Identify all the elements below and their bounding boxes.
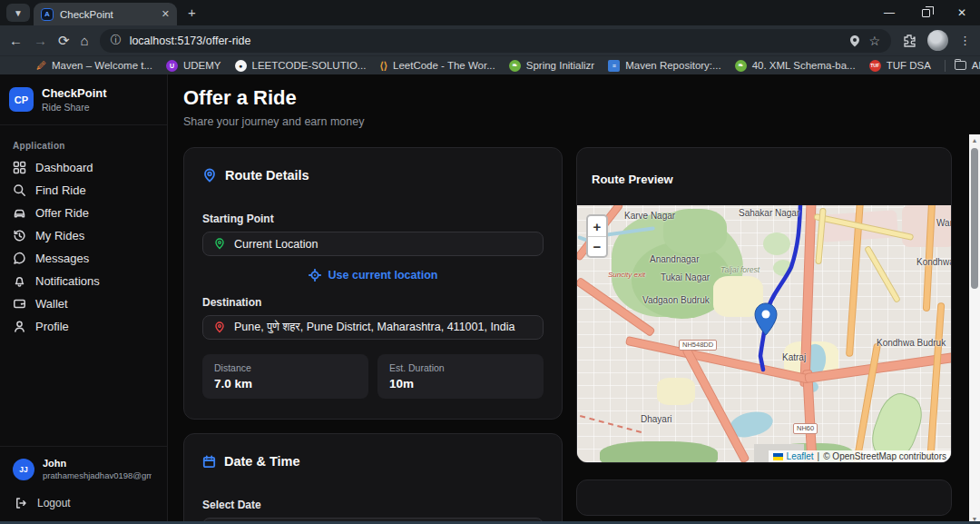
tab-close-icon[interactable]: ✕ <box>162 8 170 20</box>
spring-icon: ❧ <box>509 60 521 72</box>
bookmark-label: Maven – Welcome t... <box>52 60 152 71</box>
sidebar-item-label: Offer Ride <box>35 206 89 220</box>
history-icon <box>13 229 26 242</box>
route-map[interactable]: Karve Nagar Sahakar Nagar Wana Anandnaga… <box>577 205 951 462</box>
route-details-card: Route Details Starting Point Current Loc… <box>183 147 563 420</box>
restore-button[interactable] <box>907 0 944 25</box>
sidebar-item-dashboard[interactable]: Dashboard <box>0 156 167 179</box>
bookmark-udemy[interactable]: U UDEMY <box>166 60 221 72</box>
bookmark-spring-initializr[interactable]: ❧ Spring Initializr <box>509 60 594 72</box>
brand-logo: CP <box>9 87 34 112</box>
sidebar-item-messages[interactable]: Messages <box>0 247 167 270</box>
leaflet-link[interactable]: Leaflet <box>787 451 814 461</box>
all-bookmarks-button[interactable]: All Bookmarks <box>955 60 980 71</box>
scrollbar-thumb[interactable] <box>971 148 978 289</box>
zoom-out-button[interactable]: − <box>588 236 606 256</box>
sidebar-item-label: My Rides <box>35 229 84 242</box>
brand-name: CheckPoint <box>42 86 107 100</box>
distance-stat: Distance 7.0 km <box>202 354 368 399</box>
page-scrollbar[interactable]: ▲ ▼ <box>969 134 980 524</box>
destination-input[interactable]: Pune, पुणे शहर, Pune District, Maharasht… <box>202 315 544 340</box>
green-pin-icon <box>214 238 225 250</box>
use-current-location-link[interactable]: Use current location <box>202 269 544 282</box>
user-avatar: JJ <box>13 459 34 480</box>
sidebar-item-label: Profile <box>35 320 69 333</box>
minimize-button[interactable]: — <box>871 0 907 25</box>
bookmark-label: TUF DSA <box>887 60 931 71</box>
forward-icon[interactable]: → <box>34 34 47 47</box>
use-current-location-label: Use current location <box>328 269 438 282</box>
sidebar-item-label: Dashboard <box>35 161 93 174</box>
zoom-in-button[interactable]: + <box>588 216 606 236</box>
bell-icon <box>13 274 26 288</box>
sidebar-item-find-ride[interactable]: Find Ride <box>0 179 167 202</box>
map-label: Vadgaon Budruk <box>642 295 710 305</box>
tab-title: CheckPoint <box>60 9 155 20</box>
attribution-separator: | <box>818 451 820 461</box>
sidebar-item-label: Find Ride <box>35 183 86 197</box>
user-row[interactable]: JJ John prathameshjadhav0198@gmail.c... <box>0 456 167 489</box>
bookmark-label: Maven Repository:... <box>625 60 720 71</box>
sidebar-item-notifications[interactable]: Notifications <box>0 270 167 292</box>
browser-menu-icon[interactable]: ⋮ <box>959 34 971 47</box>
bookmark-label: LeetCode - The Wor... <box>393 60 495 71</box>
bookmark-leetcode[interactable]: ⟨⟩ LeetCode - The Wor... <box>379 60 495 72</box>
route-preview-card: Route Preview <box>576 147 952 463</box>
bookmark-leetcode-solutions[interactable]: ● LEETCODE-SOLUTIO... <box>235 60 367 72</box>
starting-point-input[interactable]: Current Location <box>202 232 544 256</box>
bookmark-star-icon[interactable]: ☆ <box>868 34 880 48</box>
browser-tab[interactable]: A CheckPoint ✕ <box>34 3 177 25</box>
user-icon <box>13 320 26 333</box>
map-label: Kondhwa <box>916 257 951 267</box>
sidebar-item-wallet[interactable]: Wallet <box>0 292 167 315</box>
udemy-icon: U <box>166 60 178 72</box>
scroll-up-arrow[interactable]: ▲ <box>969 134 980 145</box>
sidebar-item-offer-ride[interactable]: Offer Ride <box>0 202 167 224</box>
map-label: Karve Nagar <box>624 211 675 221</box>
reload-icon[interactable]: ⟳ <box>58 34 70 47</box>
close-button[interactable]: ✕ <box>944 0 980 25</box>
card-title: Date & Time <box>224 454 300 469</box>
tuf-icon: TUF <box>869 60 881 72</box>
bookmark-xml-schema[interactable]: ❧ 40. XML Schema-ba... <box>735 60 856 72</box>
card-title: Route Details <box>225 168 309 183</box>
restore-icon <box>922 9 930 17</box>
back-icon[interactable]: ← <box>9 34 23 47</box>
sidebar: CP CheckPoint Ride Share Application Das… <box>0 74 168 524</box>
spring-leaf-icon: ❧ <box>735 60 747 72</box>
map-label: Taljai forest <box>720 265 760 274</box>
window-controls: — ✕ <box>871 0 980 25</box>
map-pin-icon <box>202 168 217 183</box>
sidebar-item-profile[interactable]: Profile <box>0 315 167 338</box>
extensions-puzzle-icon[interactable] <box>902 34 916 48</box>
sidebar-item-label: Notifications <box>35 274 100 288</box>
map-label: Wana <box>936 218 951 228</box>
stat-value: 7.0 km <box>214 377 357 391</box>
home-icon[interactable]: ⌂ <box>81 34 89 47</box>
browser-profile-avatar[interactable] <box>927 30 948 51</box>
date-time-card: Date & Time Select Date February 17th, 2… <box>183 433 563 524</box>
sidebar-item-label: Wallet <box>35 297 68 311</box>
leetcode-icon: ⟨⟩ <box>379 60 387 72</box>
logout-button[interactable]: Logout <box>0 489 167 509</box>
bookmark-label: LEETCODE-SOLUTIO... <box>252 60 367 71</box>
url-text[interactable]: localhost:5173/offer-ride <box>130 35 842 47</box>
location-pin-icon[interactable] <box>849 35 860 47</box>
user-email: prathameshjadhav0198@gmail.c... <box>43 470 152 480</box>
bookmark-maven-welcome[interactable]: 🖉 Maven – Welcome t... <box>36 60 152 71</box>
crosshair-icon <box>309 269 321 282</box>
map-label: Kondhwa Budruk <box>877 338 946 348</box>
map-label: Sahakar Nagar <box>739 208 799 218</box>
new-tab-button[interactable]: + <box>188 5 196 20</box>
stat-label: Distance <box>214 362 357 373</box>
tab-search-chevron-icon[interactable]: ▼ <box>6 4 30 22</box>
bookmark-label: UDEMY <box>183 60 221 71</box>
address-bar[interactable]: ⓘ localhost:5173/offer-ride ☆ <box>100 29 891 53</box>
bookmark-tuf-dsa[interactable]: TUF TUF DSA <box>869 60 931 72</box>
bookmark-maven-repository[interactable]: ≡ Maven Repository:... <box>608 60 720 72</box>
sidebar-item-my-rides[interactable]: My Rides <box>0 224 167 247</box>
map-label: Suncity exit <box>608 271 645 279</box>
starting-point-value: Current Location <box>234 238 318 251</box>
site-info-icon[interactable]: ⓘ <box>111 33 122 48</box>
chat-icon <box>13 252 26 265</box>
